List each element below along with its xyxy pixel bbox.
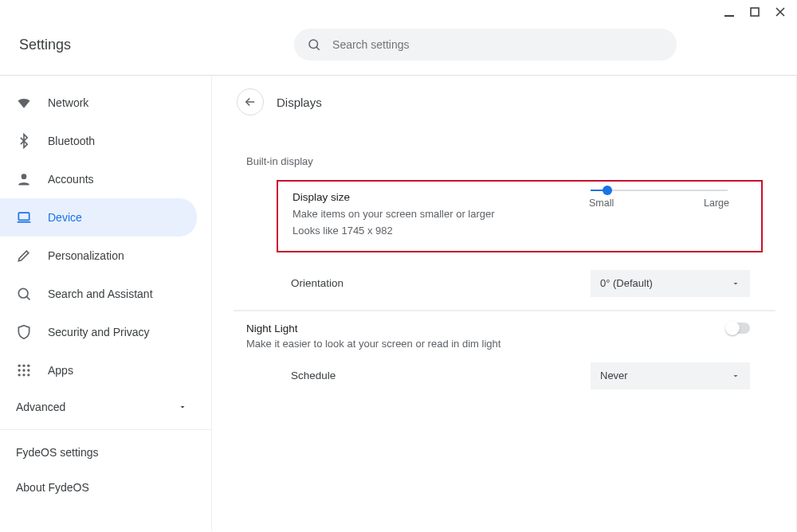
sidebar-item-label: Search and Assistant (48, 288, 153, 300)
svg-point-7 (22, 365, 25, 367)
night-light-sub: Make it easier to look at your screen or… (246, 338, 501, 350)
sidebar-item-label: Bluetooth (48, 135, 95, 147)
page-title: Displays (277, 96, 322, 109)
sidebar-item-security[interactable]: Security and Privacy (0, 313, 197, 351)
svg-point-3 (22, 174, 27, 179)
sidebar-item-search-assistant[interactable]: Search and Assistant (0, 275, 197, 313)
page-header: Displays (237, 88, 775, 115)
close-icon[interactable] (775, 6, 786, 18)
svg-point-9 (18, 369, 21, 371)
app-header: Settings (0, 21, 797, 76)
schedule-value: Never (600, 370, 628, 381)
svg-point-11 (27, 369, 29, 371)
svg-point-10 (22, 369, 25, 371)
sidebar-item-fydeos-settings[interactable]: FydeOS settings (0, 435, 211, 470)
display-size-sub1: Make items on your screen smaller or lar… (292, 206, 747, 223)
svg-point-8 (27, 365, 29, 367)
apps-icon (16, 362, 32, 378)
svg-point-14 (27, 374, 29, 376)
divider (0, 429, 211, 430)
slider-label-small: Small (589, 198, 614, 209)
app-title: Settings (19, 37, 71, 53)
search-icon (16, 286, 32, 302)
schedule-select[interactable]: Never (591, 362, 750, 389)
back-button[interactable] (237, 88, 264, 115)
sidebar-item-accounts[interactable]: Accounts (0, 160, 197, 198)
night-light-toggle[interactable] (726, 323, 750, 334)
display-size-slider[interactable]: Small Large (589, 182, 729, 209)
schedule-row: Schedule Never (234, 350, 775, 402)
shield-icon (16, 324, 32, 340)
slider-label-large: Large (704, 198, 729, 209)
minimize-icon[interactable] (724, 6, 735, 18)
slider-thumb[interactable] (603, 186, 612, 195)
svg-point-13 (22, 374, 25, 376)
sidebar-item-label: Apps (48, 364, 73, 377)
chevron-down-icon (178, 402, 187, 412)
svg-point-12 (18, 374, 21, 376)
sidebar-item-label: Accounts (48, 173, 94, 186)
sidebar-item-label: Personalization (48, 249, 124, 262)
sidebar-item-apps[interactable]: Apps (0, 351, 197, 389)
person-icon (16, 171, 32, 187)
sidebar-item-label: Security and Privacy (48, 326, 150, 338)
search-input[interactable] (332, 38, 664, 51)
brush-icon (16, 248, 32, 264)
orientation-row: Orientation 0° (Default) (234, 257, 775, 311)
svg-rect-0 (724, 15, 734, 17)
orientation-select[interactable]: 0° (Default) (591, 270, 750, 297)
maximize-icon[interactable] (749, 6, 760, 18)
orientation-value: 0° (Default) (600, 277, 653, 289)
svg-rect-1 (751, 8, 759, 16)
svg-point-2 (309, 40, 318, 49)
chevron-down-icon (731, 279, 740, 288)
window-controls (0, 0, 797, 21)
night-light-title: Night Light (246, 323, 501, 334)
svg-point-5 (18, 288, 28, 298)
night-light-section: Night Light Make it easier to look at yo… (234, 311, 775, 350)
slider-labels: Small Large (589, 198, 729, 209)
chevron-down-icon (731, 371, 740, 381)
content-area: Displays Built-in display Display size M… (212, 76, 797, 531)
bluetooth-icon (16, 133, 32, 149)
sidebar-item-label: Network (48, 96, 88, 109)
orientation-label: Orientation (291, 277, 344, 289)
sidebar-item-network[interactable]: Network (0, 84, 197, 122)
search-box[interactable] (294, 29, 677, 61)
sidebar: Network Bluetooth Accounts Device Person… (0, 76, 212, 531)
schedule-label: Schedule (291, 370, 336, 381)
display-size-sub2: Looks like 1745 x 982 (292, 223, 747, 240)
sidebar-item-personalization[interactable]: Personalization (0, 237, 197, 275)
sidebar-item-label: Device (48, 211, 82, 224)
svg-rect-4 (18, 213, 29, 220)
svg-point-6 (18, 365, 21, 367)
sidebar-advanced[interactable]: Advanced (0, 389, 211, 424)
advanced-label: Advanced (16, 401, 65, 413)
search-icon (307, 37, 321, 52)
sidebar-item-about[interactable]: About FydeOS (0, 470, 211, 505)
display-size-row: Display size Make items on your screen s… (277, 180, 763, 252)
laptop-icon (16, 209, 32, 225)
section-builtin-display: Built-in display (246, 155, 775, 167)
wifi-icon (16, 95, 32, 111)
sidebar-item-bluetooth[interactable]: Bluetooth (0, 122, 197, 160)
slider-track[interactable] (591, 190, 728, 191)
sidebar-item-device[interactable]: Device (0, 198, 197, 237)
